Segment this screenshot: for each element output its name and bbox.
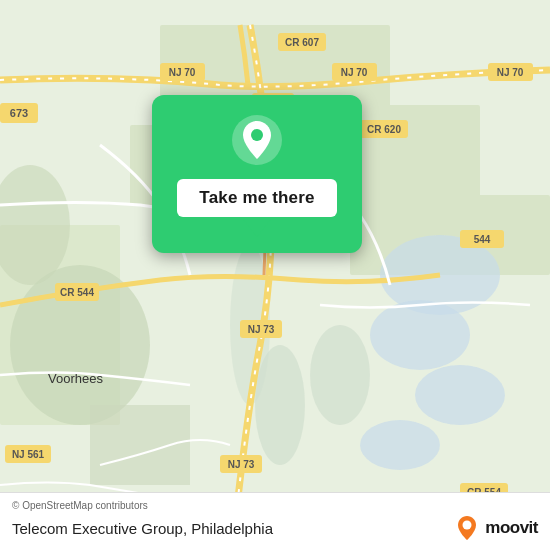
svg-text:NJ 70: NJ 70 bbox=[341, 67, 368, 78]
bottom-bar: © OpenStreetMap contributors Telecom Exe… bbox=[0, 492, 550, 550]
location-name: Telecom Executive Group, Philadelphia bbox=[12, 520, 273, 537]
svg-point-44 bbox=[251, 129, 263, 141]
popup-card: Take me there bbox=[152, 95, 362, 253]
svg-text:CR 620: CR 620 bbox=[367, 124, 401, 135]
map-background: NJ 70 NJ 70 NJ 70 CR 607 CR 620 NJ 73 NJ… bbox=[0, 0, 550, 550]
svg-point-9 bbox=[360, 420, 440, 470]
svg-point-7 bbox=[370, 300, 470, 370]
svg-text:CR 607: CR 607 bbox=[285, 37, 319, 48]
svg-point-10 bbox=[310, 325, 370, 425]
svg-text:NJ 73: NJ 73 bbox=[228, 459, 255, 470]
location-title: Telecom Executive Group, Philadelphia mo… bbox=[12, 514, 538, 542]
svg-rect-15 bbox=[90, 405, 190, 485]
svg-text:544: 544 bbox=[474, 234, 491, 245]
popup-overlay: Take me there bbox=[152, 95, 362, 253]
moovit-logo: moovit bbox=[453, 514, 538, 542]
moovit-pin-icon bbox=[453, 514, 481, 542]
map-container: NJ 70 NJ 70 NJ 70 CR 607 CR 620 NJ 73 NJ… bbox=[0, 0, 550, 550]
svg-text:NJ 70: NJ 70 bbox=[497, 67, 524, 78]
svg-text:Voorhees: Voorhees bbox=[48, 371, 103, 386]
attribution-text: © OpenStreetMap contributors bbox=[12, 500, 538, 511]
location-pin-icon bbox=[230, 113, 284, 167]
svg-point-45 bbox=[463, 521, 472, 530]
svg-point-8 bbox=[415, 365, 505, 425]
svg-text:673: 673 bbox=[10, 107, 28, 119]
svg-text:NJ 73: NJ 73 bbox=[248, 324, 275, 335]
take-me-there-button[interactable]: Take me there bbox=[177, 179, 336, 217]
svg-text:NJ 561: NJ 561 bbox=[12, 449, 45, 460]
moovit-brand-text: moovit bbox=[485, 518, 538, 538]
svg-text:CR 544: CR 544 bbox=[60, 287, 94, 298]
svg-text:NJ 70: NJ 70 bbox=[169, 67, 196, 78]
